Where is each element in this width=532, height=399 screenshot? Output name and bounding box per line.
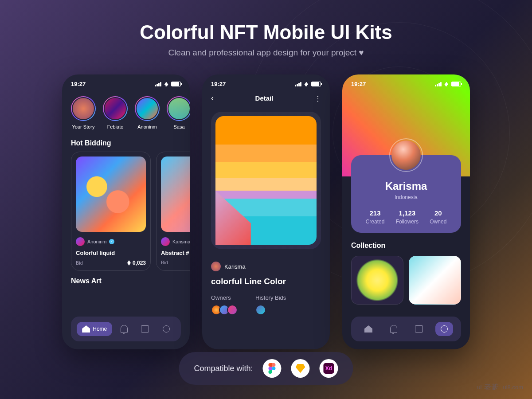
- battery-icon: [311, 82, 321, 86]
- nav-notifications[interactable]: [385, 321, 403, 336]
- detail-card: [211, 112, 321, 249]
- story-label: Febiato: [107, 124, 124, 129]
- detail-item-title: colorful Line Color: [211, 277, 321, 286]
- story-item[interactable]: Sasa: [167, 96, 190, 129]
- wifi-icon: [163, 82, 169, 86]
- status-bar: 19:27: [342, 74, 470, 90]
- stat-created[interactable]: 213Created: [366, 209, 385, 225]
- avatar: [211, 262, 221, 271]
- phone-profile: 19:27 Karisma Indonesia 213Created 1,123…: [342, 74, 470, 349]
- tab-owners[interactable]: Owners: [211, 294, 238, 301]
- stat-label: Owned: [430, 219, 446, 225]
- news-art-title: News Art: [62, 271, 190, 289]
- story-item[interactable]: Febiato: [103, 96, 128, 129]
- verified-icon: ✓: [109, 239, 114, 244]
- bottom-nav: Home: [71, 317, 181, 341]
- compatibility-pill: Compatible with: Xd: [179, 352, 353, 385]
- cart-icon: [415, 325, 423, 332]
- wifi-icon: [303, 82, 309, 86]
- phone-detail: 19:27 ‹ Detail ⋯ Karisma colorful Line C…: [202, 74, 330, 349]
- bid-label: Bid: [161, 260, 168, 265]
- bell-icon: [121, 325, 128, 333]
- collection-title: Collection: [351, 242, 461, 250]
- home-icon: [364, 325, 372, 332]
- sketch-icon: [291, 359, 310, 378]
- status-time: 19:27: [351, 81, 366, 87]
- stat-label: Followers: [396, 219, 419, 225]
- owners-avatars: [211, 305, 238, 315]
- battery-icon: [451, 82, 461, 86]
- bid-price: 0,023: [127, 260, 146, 266]
- phone-home: 19:27 Your Story Febiato Anoninm Sasa Ho…: [62, 74, 190, 349]
- story-label: Your Story: [72, 124, 95, 129]
- avatar: [161, 237, 170, 246]
- bid-title: Colorful liquid: [76, 250, 146, 256]
- stat-value: 213: [366, 209, 385, 217]
- wifi-icon: [443, 82, 450, 86]
- stat-value: 1,123: [396, 209, 419, 217]
- nav-profile[interactable]: [435, 322, 453, 336]
- bid-author-name: Karisma: [172, 239, 190, 244]
- cart-icon: [141, 325, 149, 332]
- status-bar: 19:27: [202, 74, 330, 90]
- status-bar: 19:27: [62, 74, 190, 90]
- profile-avatar[interactable]: [389, 138, 423, 172]
- bell-icon: [390, 325, 397, 333]
- watermark: ui老爹 ui8.com: [477, 383, 523, 392]
- bid-title: Abstract #: [161, 250, 190, 256]
- home-icon: [82, 325, 90, 332]
- bid-label: Bid: [76, 260, 83, 266]
- profile-location: Indonesia: [360, 194, 452, 200]
- nav-profile[interactable]: [157, 322, 175, 336]
- nav-home[interactable]: Home: [77, 322, 112, 336]
- xd-icon: Xd: [320, 359, 338, 378]
- story-item[interactable]: Your Story: [71, 96, 96, 129]
- user-icon: [441, 325, 448, 332]
- profile-name: Karisma: [360, 180, 452, 192]
- profile-card: Karisma Indonesia 213Created 1,123Follow…: [351, 155, 461, 233]
- compat-label: Compatible with:: [194, 364, 253, 373]
- stat-followers[interactable]: 1,123Followers: [396, 209, 419, 225]
- avatar: [255, 305, 266, 315]
- detail-hero-image: [215, 116, 317, 245]
- hot-bidding-title: Hot Bidding: [62, 133, 190, 152]
- signal-icon: [435, 82, 442, 86]
- user-icon: [163, 325, 170, 332]
- bottom-nav: [351, 317, 461, 341]
- signal-icon: [295, 82, 301, 86]
- story-item[interactable]: Anoninm: [135, 96, 160, 129]
- bid-image: [161, 156, 190, 232]
- nav-cart[interactable]: [136, 322, 154, 336]
- collection-item[interactable]: [351, 256, 403, 305]
- nav-home[interactable]: [359, 322, 378, 336]
- detail-author[interactable]: Karisma: [211, 262, 321, 271]
- signal-icon: [155, 82, 161, 86]
- bid-card[interactable]: Anoninm✓ Colorful liquid Bid0,023: [71, 152, 151, 271]
- nav-notifications[interactable]: [115, 321, 133, 336]
- collection-item[interactable]: [409, 256, 461, 305]
- page-title: Detail: [255, 94, 274, 102]
- stories-row: Your Story Febiato Anoninm Sasa: [62, 90, 190, 133]
- avatar: [76, 237, 85, 246]
- status-time: 19:27: [211, 81, 226, 87]
- stat-label: Created: [366, 219, 385, 225]
- bid-author-name: Anoninm: [87, 239, 106, 244]
- stat-owned[interactable]: 20Owned: [430, 209, 446, 225]
- figma-icon: [263, 359, 282, 378]
- bid-image: [76, 156, 146, 232]
- avatar: [227, 305, 238, 315]
- back-icon[interactable]: ‹: [211, 94, 214, 103]
- tab-history-bids[interactable]: History Bids: [255, 294, 286, 301]
- battery-icon: [171, 82, 181, 86]
- story-label: Anoninm: [137, 124, 156, 129]
- detail-author-name: Karisma: [224, 263, 246, 270]
- eth-icon: [127, 260, 131, 266]
- more-icon[interactable]: ⋯: [313, 95, 322, 102]
- nav-cart[interactable]: [410, 322, 428, 336]
- bid-card[interactable]: Karisma Abstract # Bid: [156, 152, 190, 271]
- story-label: Sasa: [173, 124, 184, 129]
- status-time: 19:27: [71, 81, 86, 87]
- stat-value: 20: [430, 209, 446, 217]
